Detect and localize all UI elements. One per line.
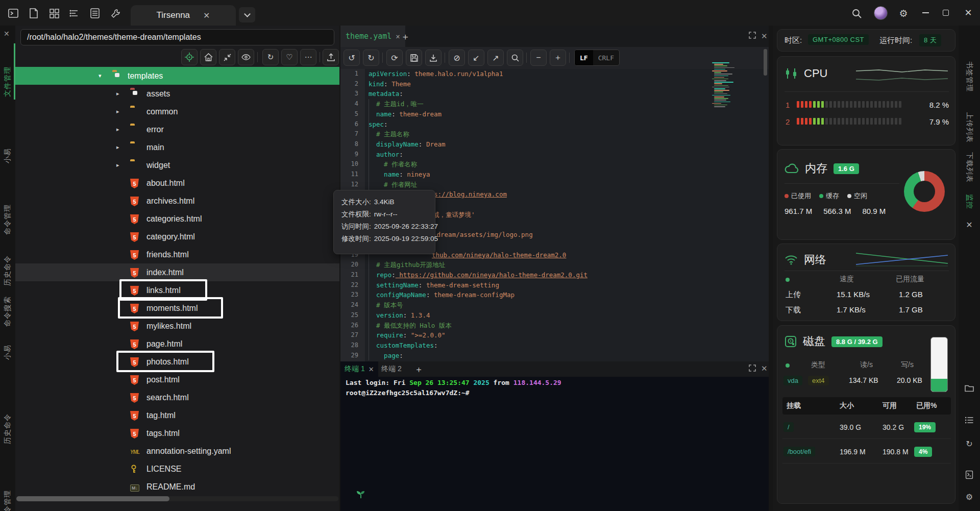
right-rail-item-2[interactable]: 下载列表 xyxy=(965,152,974,183)
minimize-button[interactable] xyxy=(919,7,932,18)
redo-button[interactable]: ↻ xyxy=(363,50,379,66)
maximize-button[interactable] xyxy=(939,7,952,18)
list-icon[interactable] xyxy=(965,417,974,424)
session-tab-close-icon[interactable]: ✕ xyxy=(203,11,210,20)
connections-tree-icon[interactable] xyxy=(68,7,81,19)
new-file-icon[interactable] xyxy=(28,7,40,19)
tree-row[interactable]: 5post.html xyxy=(15,371,339,388)
sidebar-item-6[interactable]: 历史命令 xyxy=(3,413,12,444)
editor-close-icon[interactable]: ✕ xyxy=(761,32,768,41)
tree-row[interactable]: ▸common xyxy=(15,103,339,120)
tree-row[interactable]: 5archives.html xyxy=(15,192,339,210)
tree-row[interactable]: ▸main xyxy=(15,138,339,156)
tools-wrench-icon[interactable] xyxy=(109,7,121,19)
tree-row[interactable]: 5category.html xyxy=(15,228,339,246)
chevron-collapsed-icon[interactable]: ▸ xyxy=(116,90,119,97)
terminal-new-tab-button[interactable]: ＋ xyxy=(414,363,423,375)
tree-row[interactable]: 5search.html xyxy=(15,388,339,406)
layout-grid-icon[interactable] xyxy=(48,7,60,19)
tree-row[interactable]: 5categories.html xyxy=(15,210,339,228)
session-dropdown-button[interactable] xyxy=(239,7,255,22)
tree-row[interactable]: 5index.html xyxy=(15,263,339,281)
refresh-icon[interactable]: ↻ xyxy=(966,439,972,449)
chevron-collapsed-icon[interactable]: ▸ xyxy=(116,162,119,168)
terminal-icon[interactable] xyxy=(7,7,19,19)
tree-hscrollbar-thumb[interactable] xyxy=(16,496,169,501)
right-rail-item-1[interactable]: 上传列表 xyxy=(965,112,974,143)
sidebar-item-1[interactable]: 小易 xyxy=(3,148,12,163)
eol-toggle[interactable]: LFCRLF xyxy=(574,50,620,66)
sidebar-close-icon[interactable]: ✕ xyxy=(4,30,10,38)
tree-row[interactable]: ▾templates xyxy=(15,67,339,85)
mount-table-row[interactable]: /39.0 G30.2 G19% xyxy=(782,416,951,439)
zoom-out-button[interactable]: − xyxy=(530,50,547,66)
right-rail-item-3[interactable]: 监控 xyxy=(965,194,974,209)
tree-row[interactable]: ▸widget xyxy=(15,156,339,174)
avatar[interactable] xyxy=(874,6,888,20)
editor-minimap[interactable] xyxy=(712,62,739,109)
terminal-tab-1-close-icon[interactable]: ✕ xyxy=(369,366,374,373)
tree-row[interactable]: 5page.html xyxy=(15,335,339,353)
server-list-icon[interactable] xyxy=(89,7,101,19)
terminal-fullscreen-icon[interactable] xyxy=(749,364,756,372)
sidebar-item-5[interactable]: 小易 xyxy=(3,345,12,360)
close-button[interactable]: ✕ xyxy=(962,7,975,18)
tree-hscrollbar[interactable] xyxy=(16,496,338,501)
eol-crlf-option[interactable]: CRLF xyxy=(593,50,619,66)
terminal-close-icon[interactable]: ✕ xyxy=(761,364,768,373)
zoom-in-button[interactable]: ＋ xyxy=(550,50,566,66)
chevron-collapsed-icon[interactable]: ▸ xyxy=(116,108,119,115)
jump-start-button[interactable]: ↙ xyxy=(468,50,484,66)
tree-row[interactable]: 5mylikes.html xyxy=(15,317,339,335)
refresh-button[interactable]: ↻ xyxy=(262,49,279,65)
folder-open-icon[interactable] xyxy=(965,384,974,392)
upload-button[interactable] xyxy=(323,49,339,65)
more-options-button[interactable]: ⋯ xyxy=(300,49,316,65)
session-tab[interactable]: Tirsenna ✕ xyxy=(131,5,236,26)
tree-row[interactable]: LICENSE xyxy=(15,460,339,478)
collapse-button[interactable] xyxy=(219,49,235,65)
tree-row[interactable]: 5friends.html xyxy=(15,246,339,263)
editor-new-tab-button[interactable]: ＋ xyxy=(401,31,410,43)
sidebar-item-4[interactable]: 命令搜索 xyxy=(3,296,12,327)
chevron-collapsed-icon[interactable]: ▸ xyxy=(116,126,119,133)
tree-row[interactable]: 5about.html xyxy=(15,174,339,192)
save-button[interactable] xyxy=(406,50,422,66)
editor-tab-close-icon[interactable]: ✕ xyxy=(396,32,400,40)
eye-button[interactable] xyxy=(238,49,254,65)
right-rail-item-0[interactable]: 书签管理 xyxy=(965,61,974,92)
readonly-button[interactable]: ⊘ xyxy=(449,50,465,66)
editor-fullscreen-icon[interactable] xyxy=(749,32,756,39)
download-button[interactable] xyxy=(425,50,442,66)
find-button[interactable] xyxy=(507,50,523,66)
locate-button[interactable] xyxy=(181,49,198,65)
tree-row[interactable]: ▸error xyxy=(15,120,339,138)
tree-row[interactable]: ▸assets xyxy=(15,85,339,103)
tree-row[interactable]: M↓README.md xyxy=(15,478,339,496)
gear-icon[interactable]: ⚙ xyxy=(966,492,973,502)
reload-button[interactable]: ⟳ xyxy=(386,50,403,66)
chevron-expanded-icon[interactable]: ▾ xyxy=(99,72,102,79)
favorite-heart-button[interactable]: ♡ xyxy=(281,49,298,65)
seedling-icon[interactable] xyxy=(356,489,366,499)
right-rail-close-icon[interactable]: ✕ xyxy=(966,220,972,230)
undo-button[interactable]: ↺ xyxy=(344,50,360,66)
home-button[interactable] xyxy=(200,49,216,65)
sidebar-item-3[interactable]: 历史命令 xyxy=(3,255,12,286)
terminal-panel[interactable]: 终端 1 ✕ 终端 2 ＋ ✕ Last login: Fri Sep 26 1… xyxy=(340,361,769,511)
chevron-collapsed-icon[interactable]: ▸ xyxy=(116,144,119,151)
editor-vscrollbar-thumb[interactable] xyxy=(764,49,767,76)
search-icon[interactable] xyxy=(850,7,863,19)
sidebar-item-7[interactable]: 命令管理 xyxy=(3,490,12,511)
jump-end-button[interactable]: ↗ xyxy=(487,50,504,66)
tree-row[interactable]: 5tags.html xyxy=(15,424,339,442)
terminal-tab-2[interactable]: 终端 2 xyxy=(377,361,406,377)
sidebar-item-0[interactable]: 文件管理 xyxy=(3,66,12,97)
terminal-tab-1[interactable]: 终端 1 ✕ xyxy=(340,361,378,377)
sidebar-item-2[interactable]: 命令管理 xyxy=(3,204,12,235)
settings-gear-icon[interactable]: ⚙ xyxy=(897,7,910,19)
path-input[interactable] xyxy=(20,29,334,45)
editor-tab-theme-yaml[interactable]: theme.yaml ✕ xyxy=(340,26,405,47)
mount-table-row[interactable]: /boot/efi196.9 M190.8 M4% xyxy=(782,440,951,464)
tree-row[interactable]: 5tag.html xyxy=(15,406,339,424)
